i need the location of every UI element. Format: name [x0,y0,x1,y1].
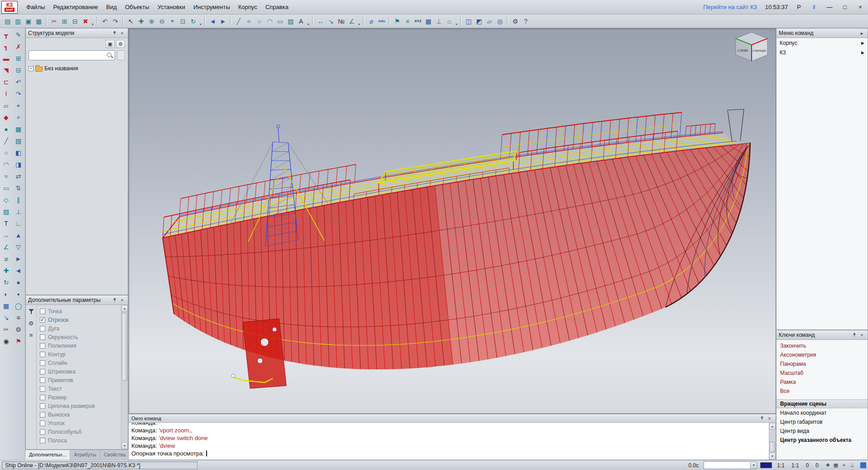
filter-checkbox[interactable] [40,309,45,314]
filter-row[interactable]: Дуга [40,324,120,333]
play-icon[interactable]: ► [13,253,24,264]
help-icon[interactable]: ? [521,16,531,26]
wireframe-icon[interactable]: ◫ [463,16,474,26]
copy-obj-icon[interactable]: ⊞ [13,53,24,64]
layers-icon[interactable]: ▣ [106,40,115,48]
filter-checkbox[interactable] [40,369,45,374]
filter-row[interactable]: Контур [40,350,120,359]
swap-h-icon[interactable]: ⇄ [13,171,24,182]
profile-flat-icon[interactable]: ▬ [1,53,12,64]
filter-checkbox[interactable] [40,386,45,392]
line-tool-icon[interactable]: ╱ [1,136,12,146]
circle-icon[interactable]: ○ [254,16,265,26]
half-right-icon[interactable]: ◨ [13,159,24,170]
ship-model-wireframe[interactable] [129,29,776,414]
parallel-icon[interactable]: ∥ [13,194,24,205]
profile-tbar-icon[interactable]: ┳ [1,29,12,40]
command-key-item[interactable]: Масштаб [776,368,868,378]
perpendicular-icon[interactable]: ⊥ [13,206,24,217]
pencil-icon[interactable]: ✎ [13,29,24,40]
command-key-item[interactable]: Центр габаритов [776,417,868,426]
back-icon[interactable]: ◄ [13,265,24,276]
layer-combobox[interactable]: ▼ [704,461,757,469]
scroll-thumb[interactable] [122,313,127,381]
filter-checkbox[interactable] [40,378,45,383]
circle-tool-icon[interactable]: ○ [1,147,12,158]
filter-row[interactable]: Полособульб [40,427,120,436]
language-indicator[interactable]: Р [797,4,801,10]
params-scrollbar[interactable]: ▲ ▼ [121,305,128,449]
grid-icon[interactable]: ▦ [423,16,434,26]
list-icon[interactable]: ≡ [13,312,24,323]
filter-row[interactable]: Полилиния [40,341,120,350]
scroll-track[interactable] [121,312,128,442]
undo-small-icon[interactable]: ↶ [13,77,24,87]
flag-icon[interactable]: ⚑ [13,336,24,347]
snap-toggle-icon[interactable]: ⌖ [840,461,848,469]
polyline-icon[interactable]: ≈ [244,16,254,26]
filter-checkbox[interactable] [40,360,45,366]
visibility-icon[interactable]: ◉ [1,336,12,347]
menubar-item[interactable]: Установки [154,2,189,12]
dot-icon[interactable]: ● [13,277,24,288]
filter-checkbox[interactable] [40,352,45,357]
move-tool-icon[interactable]: ✚ [1,265,12,276]
sliders-icon[interactable]: ≡ [27,331,35,339]
minimize-button[interactable]: — [823,2,836,13]
close-icon[interactable]: × [119,297,125,304]
ucs-icon[interactable]: ⌂ [444,16,454,26]
toolbar-group-arrow-icon[interactable]: ▾ [357,23,361,28]
redo-icon[interactable]: ↷ [110,16,121,26]
grid-toggle-icon[interactable]: ▦ [832,461,840,469]
command-key-item[interactable]: Все [776,387,868,396]
command-key-item[interactable]: Начало координат [776,408,868,417]
filter-checkbox[interactable] [40,438,45,443]
leader-icon[interactable]: ↘ [326,16,336,26]
filter-icon[interactable] [27,307,35,315]
dock-tab[interactable]: Атрибуты [70,450,100,460]
command-menu-item[interactable]: Корпус▶ [776,38,868,48]
tri-up-icon[interactable]: ▲ [13,230,24,241]
arc-icon[interactable]: ◠ [265,16,275,26]
select-icon[interactable]: ↖ [125,16,136,26]
gear-icon[interactable]: ⚙ [27,319,35,327]
filter-row[interactable]: Текст [40,384,120,393]
filter-row[interactable]: Штриховка [40,367,120,376]
open-file-icon[interactable]: ▥ [13,16,23,26]
filter-row[interactable]: Полоса [40,436,120,445]
pin-icon[interactable] [111,297,118,304]
command-key-item[interactable]: Центр вида [776,426,868,436]
hatch-icon[interactable]: ▨ [285,16,296,26]
scroll-down-icon[interactable]: ▼ [121,442,128,449]
number-icon[interactable]: № [336,16,347,26]
close-icon[interactable]: × [119,30,125,37]
maximize-button[interactable]: □ [838,2,852,13]
viewport-3d[interactable]: СЛЕВА СПЕРЕДИ [128,28,776,414]
layers-icon[interactable]: ≡ [402,16,413,26]
dim-tool-icon[interactable]: ↔ [1,230,12,241]
filter-row[interactable]: Точка [40,307,120,315]
menubar-item[interactable]: Вид [102,2,121,12]
copy-icon[interactable]: ⊞ [59,16,70,26]
scroll-track[interactable] [769,430,776,453]
undo-icon[interactable]: ↶ [100,16,110,26]
filter-row[interactable]: Цепочка размеров [40,402,120,410]
scroll-down-icon[interactable]: ▼ [769,453,776,460]
angle-icon[interactable]: ∠ [347,16,357,26]
corner-icon[interactable]: ∟ [13,218,24,229]
menubar-item[interactable]: Объекты [121,2,154,12]
site-link[interactable]: Перейти на сайт К3 [703,4,757,10]
next-view-icon[interactable]: ► [218,16,228,26]
delete-icon[interactable]: ✖ [80,16,91,26]
filter-checkbox[interactable] [40,429,45,435]
pause-button[interactable]: ‖ [807,2,821,13]
rotate-view-icon[interactable]: ↻ [188,16,198,26]
gear-small-icon[interactable]: ⚙ [13,324,24,335]
shell-icon[interactable]: ◆ [1,112,12,123]
command-key-item[interactable]: Панорама [776,359,868,368]
text-icon[interactable]: A [296,16,306,26]
ring-icon[interactable]: ◯ [13,300,24,311]
profile-angle-icon[interactable]: ┓ [1,41,12,52]
spline-tool-icon[interactable]: ≈ [1,171,12,182]
prev-view-icon[interactable]: ◄ [207,16,218,26]
